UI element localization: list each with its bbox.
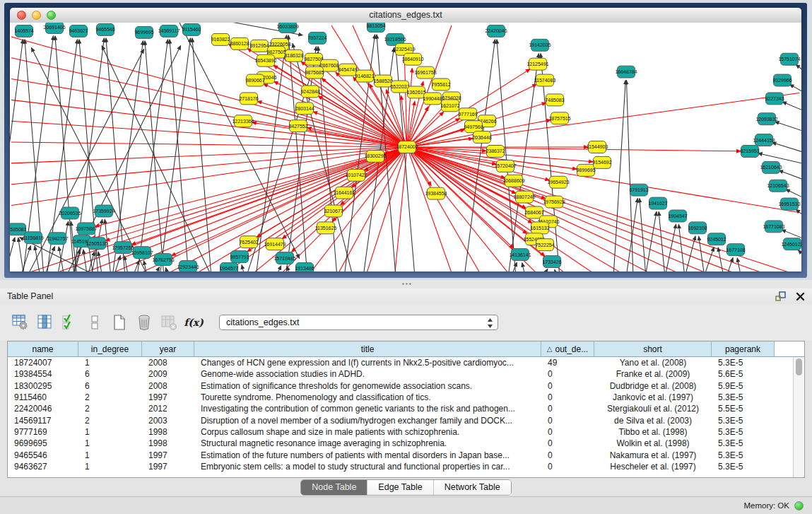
graph-node[interactable]: 9699695 bbox=[134, 26, 153, 38]
tab-node-table[interactable]: Node Table bbox=[301, 480, 367, 495]
graph-node[interactable]: 19384554 bbox=[425, 187, 447, 199]
graph-node[interactable]: 12923446 bbox=[177, 261, 199, 271]
graph-node[interactable]: 16961758 bbox=[414, 66, 436, 78]
graph-node[interactable]: 20691406 bbox=[43, 23, 65, 33]
graph-node[interactable]: 9115460 bbox=[182, 23, 201, 35]
table-row[interactable]: 946554611997Estimation of the future num… bbox=[8, 449, 804, 460]
table-cell[interactable]: 6 bbox=[78, 381, 142, 391]
table-cell[interactable]: 2008 bbox=[142, 381, 194, 391]
graph-node[interactable]: 20206535 bbox=[59, 207, 81, 219]
graph-node[interactable]: 12093832 bbox=[755, 113, 777, 125]
table-cell[interactable]: 1997 bbox=[142, 392, 194, 402]
table-row[interactable]: 1830029562008Estimation of significance … bbox=[8, 380, 804, 392]
table-cell[interactable]: 5.3E-5 bbox=[712, 462, 775, 472]
graph-node[interactable]: 16951533 bbox=[778, 198, 800, 210]
graph-node[interactable]: 17359924 bbox=[93, 205, 114, 217]
graph-node[interactable]: 10975887 bbox=[75, 223, 97, 235]
table-cell[interactable]: Disruption of a novel member of a sodium… bbox=[194, 416, 541, 426]
column-header-name[interactable]: name bbox=[8, 341, 78, 356]
graph-node[interactable]: 16543892 bbox=[254, 54, 276, 66]
graph-node[interactable]: 12450122 bbox=[781, 238, 801, 250]
graph-node[interactable]: 16771083 bbox=[763, 221, 784, 233]
graph-node[interactable]: 14569117 bbox=[158, 25, 180, 37]
table-cell[interactable]: Wolkin et al. (1998) bbox=[594, 438, 712, 448]
table-cell[interactable]: Structural magnetic resonance image aver… bbox=[194, 438, 541, 448]
graph-node[interactable]: 11544903 bbox=[587, 141, 608, 153]
table-cell[interactable]: 1997 bbox=[142, 450, 194, 460]
column-header-title[interactable]: title bbox=[194, 341, 541, 356]
graph-node[interactable]: 19756928 bbox=[543, 196, 565, 208]
column-header-short[interactable]: short bbox=[594, 341, 712, 356]
graph-node[interactable]: 22420046 bbox=[485, 25, 507, 37]
column-header-in_degree[interactable]: in_degree bbox=[78, 341, 142, 356]
table-cell[interactable]: 5.5E-5 bbox=[712, 404, 775, 414]
table-cell[interactable]: Jankovic et al. (1997) bbox=[594, 392, 712, 402]
graph-node[interactable]: 1615132 bbox=[530, 222, 549, 234]
graph-node[interactable]: 12125491 bbox=[526, 58, 548, 70]
table-cell[interactable]: Tourette syndrome. Phenomenology and cla… bbox=[194, 392, 541, 402]
graph-node[interactable]: 8813054 bbox=[366, 23, 385, 32]
table-cell[interactable]: 1 bbox=[78, 438, 142, 448]
graph-node[interactable]: 9777169 bbox=[458, 108, 477, 120]
select-all-icon[interactable] bbox=[59, 313, 81, 332]
graph-node[interactable]: 1585081 bbox=[10, 223, 27, 235]
graph-node[interactable]: 1621072 bbox=[440, 100, 459, 112]
graph-node[interactable]: 8186328 bbox=[284, 49, 303, 62]
table-cell[interactable]: 9465546 bbox=[8, 450, 78, 460]
table-cell[interactable]: 19384554 bbox=[8, 369, 78, 379]
table-cell[interactable]: de Silva et al. (2003) bbox=[594, 416, 712, 426]
graph-node[interactable]: 9463627 bbox=[69, 25, 88, 37]
table-cell[interactable]: 6 bbox=[78, 369, 142, 379]
table-cell[interactable]: Nakamura et al. (1997) bbox=[594, 450, 712, 460]
graph-node[interactable]: 9154692 bbox=[592, 156, 611, 168]
table-cell[interactable]: Yano et al. (2008) bbox=[594, 358, 712, 368]
table-row[interactable]: 2242004622012Investigating the contribut… bbox=[8, 403, 804, 414]
table-cell[interactable]: 0 bbox=[541, 438, 594, 448]
graph-node[interactable]: 2036448 bbox=[472, 132, 491, 144]
column-header-out_de[interactable]: △out_de... bbox=[541, 341, 594, 356]
graph-node[interactable]: 11644161 bbox=[334, 187, 355, 199]
graph-node[interactable]: 1405574 bbox=[14, 25, 33, 37]
table-cell[interactable]: 0 bbox=[541, 427, 594, 437]
graph-node[interactable]: 16033809 bbox=[276, 23, 298, 33]
table-cell[interactable]: 1 bbox=[78, 358, 142, 368]
table-cell[interactable]: Dudbridge et al. (2008) bbox=[594, 381, 712, 391]
table-cell[interactable]: 0 bbox=[541, 381, 594, 391]
table-row[interactable]: 969969511998Structural magnetic resonanc… bbox=[8, 438, 804, 449]
graph-node[interactable]: 16782753 bbox=[152, 254, 174, 266]
table-settings-icon[interactable] bbox=[10, 313, 31, 332]
table-cell[interactable]: 22420046 bbox=[8, 404, 78, 414]
graph-node[interactable]: 18757515 bbox=[548, 112, 570, 124]
graph-node[interactable]: 9465546 bbox=[95, 23, 114, 35]
graph-node[interactable]: 10958107 bbox=[131, 247, 153, 259]
graph-node[interactable]: 11942757 bbox=[47, 233, 69, 245]
graph-node[interactable]: 9245012 bbox=[707, 233, 726, 245]
graph-node[interactable]: 1964577 bbox=[219, 263, 238, 271]
graph-node[interactable]: 12106543 bbox=[767, 180, 789, 192]
table-cell[interactable]: 49 bbox=[541, 358, 594, 368]
graph-node[interactable]: 7955812 bbox=[431, 78, 450, 90]
window-titlebar[interactable]: citations_edges.txt bbox=[10, 8, 801, 23]
graph-node[interactable]: 9329966 bbox=[772, 74, 792, 86]
table-cell[interactable]: Investigating the contribution of common… bbox=[194, 404, 541, 414]
table-source-select[interactable]: citations_edges.txt bbox=[219, 315, 498, 330]
graph-node[interactable]: 1913486 bbox=[295, 263, 314, 271]
column-header-year[interactable]: year bbox=[142, 341, 194, 356]
graph-node[interactable]: 9242848 bbox=[300, 86, 319, 98]
graph-node[interactable]: 1677108 bbox=[726, 244, 745, 256]
graph-node[interactable]: 15720407 bbox=[494, 160, 516, 172]
table-cell[interactable]: 5.3E-5 bbox=[712, 438, 775, 448]
table-cell[interactable]: 0 bbox=[541, 404, 594, 414]
table-cell[interactable]: 0 bbox=[541, 369, 594, 379]
select-column-icon[interactable] bbox=[35, 313, 56, 332]
graph-node[interactable]: 2718176 bbox=[239, 93, 258, 105]
table-row[interactable]: 946362711997Embryonic stem cells: a mode… bbox=[8, 461, 804, 472]
table-cell[interactable]: 1 bbox=[78, 462, 142, 472]
table-cell[interactable]: 0 bbox=[541, 450, 594, 460]
table-cell[interactable]: Franke et al. (2009) bbox=[594, 369, 712, 379]
graph-node[interactable]: 1990448 bbox=[423, 93, 442, 105]
table-cell[interactable]: Stergiakouli et al. (2012) bbox=[594, 404, 712, 414]
graph-node[interactable]: 9890667 bbox=[245, 74, 264, 86]
graph-node[interactable]: 7485083 bbox=[545, 94, 564, 106]
table-cell[interactable]: 1998 bbox=[142, 438, 194, 448]
